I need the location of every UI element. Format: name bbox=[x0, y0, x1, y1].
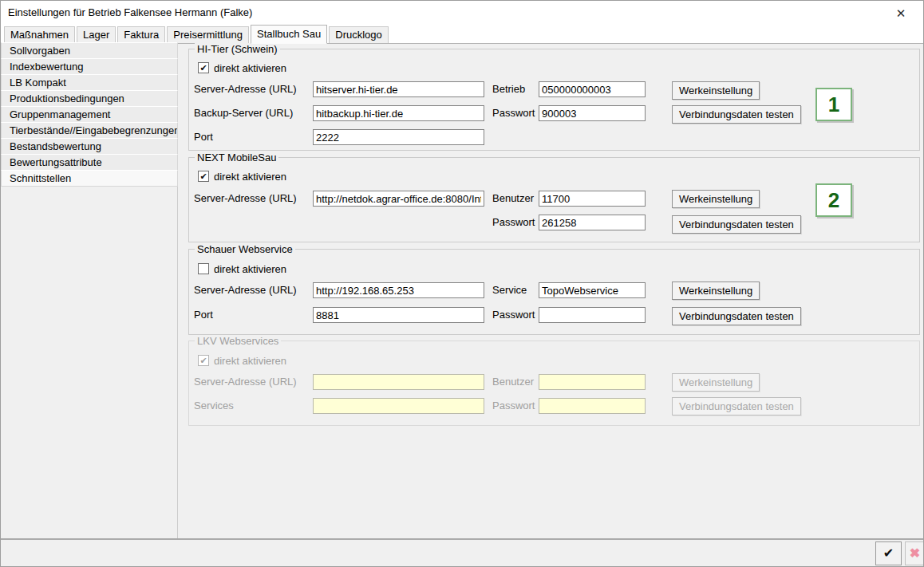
group-lkv-webservices: LKV Webservices direkt aktivieren Server… bbox=[188, 341, 920, 426]
lkv-passwort-label: Passwort bbox=[492, 398, 535, 414]
mobilesau-server-label: Server-Adresse (URL) bbox=[194, 191, 297, 207]
mobilesau-passwort-label: Passwort bbox=[492, 215, 535, 230]
mobilesau-passwort-input[interactable] bbox=[539, 215, 646, 230]
tab-lager[interactable]: Lager bbox=[77, 26, 116, 43]
hi-tier-backup-label: Backup-Server (URL) bbox=[194, 105, 293, 121]
tab-faktura[interactable]: Faktura bbox=[117, 26, 165, 43]
mobilesau-verbindung-testen-button[interactable]: Verbindungsdaten testen bbox=[672, 215, 801, 234]
tab-bar: Maßnahmen Lager Faktura Preisermittlung … bbox=[1, 25, 923, 44]
schauer-service-input[interactable] bbox=[539, 282, 646, 298]
hi-tier-aktivieren-label: direkt aktivieren bbox=[214, 62, 286, 74]
lkv-server-input bbox=[313, 374, 484, 390]
mobilesau-aktivieren-label: direkt aktivieren bbox=[214, 171, 286, 183]
lkv-services-label: Services bbox=[194, 398, 234, 414]
lkv-server-label: Server-Adresse (URL) bbox=[194, 374, 297, 390]
lkv-werkeinstellung-button: Werkeinstellung bbox=[672, 373, 760, 392]
hi-tier-werkeinstellung-button[interactable]: Werkeinstellung bbox=[672, 81, 760, 100]
hi-tier-aktivieren-checkbox[interactable] bbox=[198, 62, 209, 73]
schauer-port-input[interactable] bbox=[313, 307, 484, 323]
hi-tier-port-input[interactable] bbox=[313, 129, 484, 145]
tab-massnahmen[interactable]: Maßnahmen bbox=[4, 26, 75, 43]
hi-tier-backup-input[interactable] bbox=[313, 105, 484, 121]
group-lkv-title: LKV Webservices bbox=[195, 335, 281, 347]
hi-tier-port-label: Port bbox=[194, 129, 213, 145]
sidebar-item-tierbestaende[interactable]: Tierbestände//Eingabebegrenzungen bbox=[1, 122, 178, 139]
lkv-aktivieren-label: direkt aktivieren bbox=[214, 355, 286, 367]
mobilesau-benutzer-input[interactable] bbox=[539, 191, 646, 207]
cancel-x-button[interactable]: ✖ bbox=[905, 541, 924, 565]
sidebar-item-indexbewertung[interactable]: Indexbewertung bbox=[1, 58, 178, 75]
group-schauer-title: Schauer Webservice bbox=[195, 243, 295, 255]
settings-dialog: Einstellungen für Betrieb Falkensee Herm… bbox=[0, 0, 924, 567]
group-next-mobilesau: NEXT MobileSau direkt aktivieren Server-… bbox=[188, 157, 920, 242]
titlebar: Einstellungen für Betrieb Falkensee Herm… bbox=[1, 1, 923, 25]
group-schauer-webservice: Schauer Webservice direkt aktivieren Ser… bbox=[188, 249, 920, 335]
lkv-benutzer-label: Benutzer bbox=[492, 374, 534, 390]
mobilesau-werkeinstellung-button[interactable]: Werkeinstellung bbox=[672, 190, 760, 208]
lkv-services-input bbox=[313, 398, 484, 414]
footer-bar: ✔ ✖ bbox=[1, 540, 923, 567]
sidebar: Sollvorgaben Indexbewertung LB Kompakt P… bbox=[1, 43, 178, 187]
hi-tier-verbindung-testen-button[interactable]: Verbindungsdaten testen bbox=[672, 105, 801, 124]
schauer-server-label: Server-Adresse (URL) bbox=[194, 282, 297, 298]
mobilesau-benutzer-label: Benutzer bbox=[492, 191, 534, 207]
schauer-aktivieren-checkbox[interactable] bbox=[198, 263, 209, 274]
hi-tier-betrieb-input[interactable] bbox=[539, 81, 646, 97]
sidebar-item-bestandsbewertung[interactable]: Bestandsbewertung bbox=[1, 138, 178, 155]
lkv-aktivieren-checkbox bbox=[198, 355, 209, 366]
schauer-aktivieren-label: direkt aktivieren bbox=[214, 263, 286, 275]
sidebar-item-sollvorgaben[interactable]: Sollvorgaben bbox=[1, 42, 178, 59]
sidebar-item-lb-kompakt[interactable]: LB Kompakt bbox=[1, 74, 178, 91]
mobilesau-aktivieren-checkbox[interactable] bbox=[198, 171, 209, 182]
hi-tier-server-label: Server-Adresse (URL) bbox=[194, 81, 297, 97]
schauer-passwort-input[interactable] bbox=[539, 307, 646, 323]
lkv-passwort-input bbox=[539, 398, 646, 414]
schauer-service-label: Service bbox=[492, 282, 527, 298]
mobilesau-server-input[interactable] bbox=[313, 191, 484, 207]
tab-drucklogo[interactable]: Drucklogo bbox=[329, 26, 389, 43]
group-next-mobilesau-title: NEXT MobileSau bbox=[195, 152, 278, 163]
group-hi-tier-title: HI-Tier (Schwein) bbox=[195, 43, 280, 55]
ok-checkmark-button[interactable]: ✔ bbox=[875, 541, 902, 565]
schauer-verbindung-testen-button[interactable]: Verbindungsdaten testen bbox=[672, 307, 801, 325]
group-hi-tier: HI-Tier (Schwein) direkt aktivieren Serv… bbox=[188, 49, 920, 151]
window-title: Einstellungen für Betrieb Falkensee Herm… bbox=[8, 6, 252, 18]
lkv-verbindung-testen-button: Verbindungsdaten testen bbox=[672, 397, 801, 415]
schauer-passwort-label: Passwort bbox=[492, 307, 535, 323]
tab-preisermittlung[interactable]: Preisermittlung bbox=[167, 26, 249, 43]
hi-tier-server-input[interactable] bbox=[313, 81, 484, 97]
tab-stallbuch-sau[interactable]: Stallbuch Sau bbox=[251, 25, 327, 44]
close-icon[interactable]: ✕ bbox=[889, 3, 913, 23]
sidebar-item-produktionsbedingungen[interactable]: Produktionsbedingungen bbox=[1, 90, 178, 107]
sidebar-item-schnittstellen[interactable]: Schnittstellen bbox=[1, 170, 178, 187]
step-badge-1: 1 bbox=[815, 88, 852, 121]
schauer-server-input[interactable] bbox=[313, 282, 484, 298]
sidebar-item-gruppenmanagement[interactable]: Gruppenmanagement bbox=[1, 106, 178, 123]
lkv-benutzer-input bbox=[539, 374, 646, 390]
step-badge-2: 2 bbox=[815, 183, 852, 217]
schauer-werkeinstellung-button[interactable]: Werkeinstellung bbox=[672, 282, 760, 300]
hi-tier-passwort-label: Passwort bbox=[492, 105, 535, 121]
sidebar-item-bewertungsattribute[interactable]: Bewertungsattribute bbox=[1, 154, 178, 171]
hi-tier-betrieb-label: Betrieb bbox=[492, 81, 525, 97]
schauer-port-label: Port bbox=[194, 307, 213, 323]
hi-tier-passwort-input[interactable] bbox=[539, 105, 646, 121]
